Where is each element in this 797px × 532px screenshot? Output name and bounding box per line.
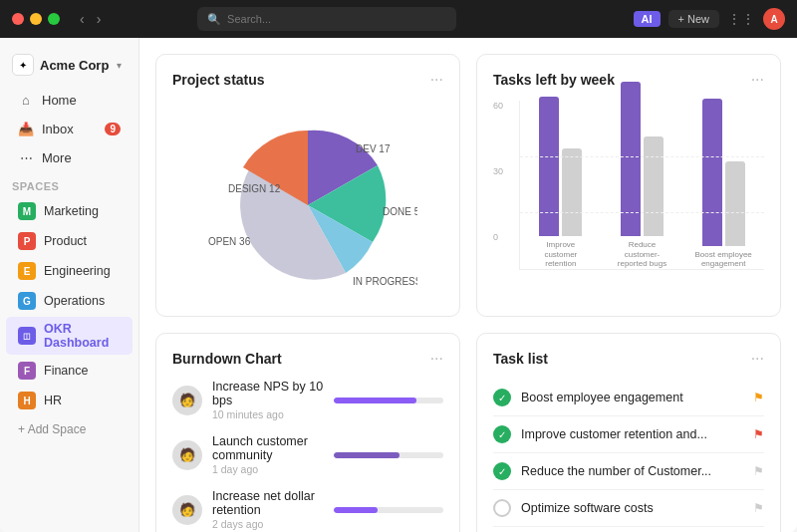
hr-dot: H (18, 392, 36, 409)
bars-3 (702, 99, 745, 246)
sidebar-item-finance[interactable]: F Finance (6, 357, 133, 385)
new-button[interactable]: + New (668, 10, 720, 28)
y-label-60: 60 (493, 101, 513, 111)
burndown-header: Burndown Chart ··· (172, 350, 443, 368)
burndown-avatar-2: 🧑 (172, 440, 202, 470)
sidebar-item-hr[interactable]: H HR (6, 387, 133, 414)
finance-dot: F (18, 362, 36, 380)
bar-3-purple (702, 99, 722, 246)
burndown-title: Burndown Chart (172, 351, 282, 367)
bars-1 (539, 97, 582, 236)
burndown-more[interactable]: ··· (430, 350, 443, 368)
task-item-5: Number of high-priority bugs reported ⚑ (493, 527, 764, 532)
sidebar-item-operations[interactable]: G Operations (6, 287, 133, 315)
burndown-avatar-1: 🧑 (172, 386, 202, 415)
burndown-avatar-3: 🧑 (172, 495, 202, 525)
bar-1-purple (539, 97, 559, 236)
burndown-name-3: Increase net dollar retention (212, 489, 324, 517)
task-name-2: Improve customer retention and... (521, 427, 743, 441)
titlebar: ‹ › 🔍 Search... AI + New ⋮⋮ A (0, 0, 797, 38)
nav-arrows: ‹ › (76, 9, 105, 29)
bar-group-1: Improve customer retention (530, 97, 592, 269)
project-status-more[interactable]: ··· (430, 71, 443, 89)
bar-label-3: Boost employee engagement (692, 250, 754, 269)
operations-dot: G (18, 292, 36, 310)
operations-label: Operations (44, 294, 105, 308)
tasks-by-week-title: Tasks left by week (493, 72, 615, 88)
hr-label: HR (44, 394, 62, 407)
task-flag-1: ⚑ (753, 391, 764, 404)
project-status-header: Project status ··· (172, 71, 443, 89)
task-check-4[interactable] (493, 499, 511, 517)
product-dot: P (18, 232, 36, 250)
maximize-button[interactable] (48, 13, 60, 25)
product-label: Product (44, 234, 87, 248)
grid-icon[interactable]: ⋮⋮ (727, 11, 755, 27)
close-button[interactable] (12, 13, 24, 25)
task-list-items: Boost employee engagement ⚑ Improve cust… (493, 380, 764, 532)
avatar: A (763, 8, 785, 30)
inbox-badge: 9 (105, 123, 121, 135)
sidebar-item-product[interactable]: P Product (6, 227, 133, 255)
inbox-icon: 📥 (18, 122, 34, 136)
open-label: OPEN 36 (208, 236, 251, 247)
nav-more[interactable]: ⋯ More (6, 144, 133, 171)
okr-label: OKR Dashboard (44, 322, 121, 350)
burndown-bar-1 (334, 398, 443, 403)
burndown-info-2: Launch customer community 1 day ago (212, 434, 324, 475)
task-list-card: Task list ··· Boost employee engagement … (476, 333, 781, 532)
nav-inbox[interactable]: 📥 Inbox 9 (6, 116, 133, 142)
task-name-3: Reduce the number of Customer... (521, 464, 743, 478)
nav-inbox-label: Inbox (42, 122, 97, 136)
workspace-switcher[interactable]: ✦ Acme Corp ▾ (0, 48, 138, 86)
burndown-list: 🧑 Increase NPS by 10 bps 10 minutes ago … (172, 380, 443, 532)
traffic-lights (12, 13, 60, 25)
task-list-title: Task list (493, 351, 548, 367)
task-check-3[interactable] (493, 462, 511, 480)
minimize-button[interactable] (30, 13, 42, 25)
task-flag-3: ⚑ (753, 464, 764, 478)
burndown-item-1: 🧑 Increase NPS by 10 bps 10 minutes ago (172, 380, 443, 420)
project-status-card: Project status ··· (155, 54, 460, 317)
tasks-by-week-more[interactable]: ··· (751, 71, 764, 89)
bars-2 (621, 82, 664, 236)
bar-label-1: Improve customer retention (530, 240, 592, 269)
task-name-1: Boost employee engagement (521, 391, 743, 404)
task-check-2[interactable] (493, 425, 511, 443)
main-content: Project status ··· (139, 38, 797, 532)
sidebar-item-okr[interactable]: ◫ OKR Dashboard (6, 317, 133, 355)
search-placeholder: Search... (227, 13, 271, 25)
burndown-info-3: Increase net dollar retention 2 days ago (212, 489, 324, 530)
sidebar-item-marketing[interactable]: M Marketing (6, 197, 133, 225)
task-list-more[interactable]: ··· (751, 350, 764, 368)
task-list-header: Task list ··· (493, 350, 764, 368)
spaces-label: Spaces (0, 172, 138, 196)
burndown-name-2: Launch customer community (212, 434, 324, 462)
back-button[interactable]: ‹ (76, 9, 89, 29)
nav-home[interactable]: ⌂ Home (6, 87, 133, 114)
pie-chart-container: DEV 17 DONE 5 IN PROGRESS 5 OPEN 36 DESI… (172, 101, 443, 300)
bar-chart-area: 60 30 0 Improve customer retention (493, 101, 764, 270)
burndown-item-2: 🧑 Launch customer community 1 day ago (172, 434, 443, 475)
add-space-button[interactable]: + Add Space (6, 417, 133, 441)
task-flag-4: ⚑ (753, 501, 764, 515)
search-bar[interactable]: 🔍 Search... (197, 7, 456, 31)
home-icon: ⌂ (18, 93, 34, 108)
sidebar: ✦ Acme Corp ▾ ⌂ Home 📥 Inbox 9 ⋯ More Sp… (0, 38, 139, 532)
okr-dot: ◫ (18, 327, 36, 345)
burndown-bar-fill-1 (334, 398, 416, 403)
workspace-name: Acme Corp (40, 58, 109, 73)
y-axis: 60 30 0 (493, 101, 513, 270)
forward-button[interactable]: › (93, 9, 106, 29)
search-icon: 🔍 (207, 13, 221, 26)
task-check-1[interactable] (493, 389, 511, 406)
done-label: DONE 5 (383, 206, 417, 217)
bar-2-purple (621, 82, 641, 236)
workspace-icon: ✦ (12, 54, 34, 76)
pie-chart-svg: DEV 17 DONE 5 IN PROGRESS 5 OPEN 36 DESI… (198, 111, 417, 290)
burndown-bar-fill-3 (334, 507, 378, 513)
sidebar-item-engineering[interactable]: E Engineering (6, 257, 133, 285)
bar-group-3: Boost employee engagement (692, 99, 754, 269)
dashboard-grid: Project status ··· (155, 54, 781, 532)
task-item-3: Reduce the number of Customer... ⚑ (493, 453, 764, 490)
